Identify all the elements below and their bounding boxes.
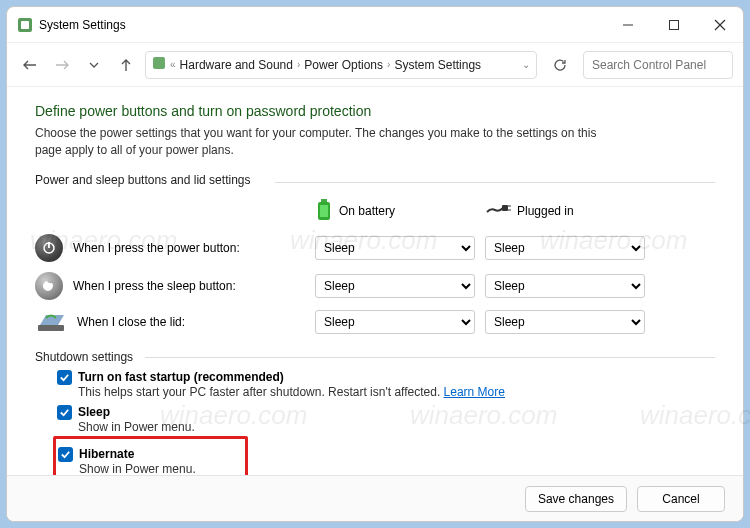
lid-battery-select[interactable]: Sleep [315,310,475,334]
fieldset-shutdown-label: Shutdown settings [35,350,715,364]
checkbox-sleep[interactable] [57,405,72,420]
footer: Save changes Cancel [7,475,743,521]
forward-button[interactable] [49,52,75,78]
lid-plugged-select[interactable]: Sleep [485,310,645,334]
control-panel-icon [152,56,166,73]
fieldset-power-sleep-label: Power and sleep buttons and lid settings [35,173,715,191]
svg-rect-17 [38,325,64,331]
titlebar: System Settings [7,7,743,43]
learn-more-link[interactable]: Learn More [444,385,505,399]
column-plugged-in: Plugged in [485,199,655,224]
search-box[interactable] [583,51,733,79]
svg-rect-6 [153,57,165,69]
checkbox-hibernate[interactable] [58,447,73,462]
page-title: Define power buttons and turn on passwor… [35,103,715,119]
checkbox-fast-startup[interactable] [57,370,72,385]
svg-rect-12 [502,205,508,211]
row-close-lid: When I close the lid: Sleep Sleep [35,310,715,334]
chevron-down-icon[interactable]: ⌄ [522,59,530,70]
save-button[interactable]: Save changes [525,486,627,512]
column-label: On battery [339,204,395,218]
lid-icon [35,310,67,334]
svg-rect-3 [670,20,679,29]
power-button-battery-select[interactable]: Sleep [315,236,475,260]
checkbox-desc: Show in Power menu. [78,420,715,434]
breadcrumb[interactable]: « Hardware and Sound › Power Options › S… [145,51,537,79]
plug-icon [485,202,511,221]
chevron-right-icon: › [297,59,300,70]
svg-rect-9 [321,199,327,202]
checkbox-label: Hibernate [79,447,134,461]
shutdown-item-sleep: Sleep Show in Power menu. [57,405,715,434]
checkbox-label: Sleep [78,405,110,419]
window: System Settings « Hardware and Sound › P… [6,6,744,522]
checkbox-label: Turn on fast startup (recommended) [78,370,284,384]
breadcrumb-item[interactable]: System Settings [394,58,481,72]
row-label: When I close the lid: [77,315,185,329]
svg-rect-1 [21,21,29,29]
content-area: Define power buttons and turn on passwor… [7,87,743,475]
row-label: When I press the power button: [73,241,240,255]
search-input[interactable] [590,57,744,73]
column-on-battery: On battery [315,199,485,224]
navbar: « Hardware and Sound › Power Options › S… [7,43,743,87]
maximize-button[interactable] [651,9,697,41]
app-icon [17,17,33,33]
page-description: Choose the power settings that you want … [35,125,615,159]
minimize-button[interactable] [605,9,651,41]
column-headers: On battery Plugged in [35,199,715,224]
breadcrumb-item[interactable]: Hardware and Sound [180,58,293,72]
chevron-left-icon: « [170,59,176,70]
checkbox-desc: This helps start your PC faster after sh… [78,385,440,399]
svg-rect-11 [320,205,328,217]
battery-icon [315,199,333,224]
breadcrumb-item[interactable]: Power Options [304,58,383,72]
back-button[interactable] [17,52,43,78]
column-label: Plugged in [517,204,574,218]
power-button-icon [35,234,63,262]
cancel-button[interactable]: Cancel [637,486,725,512]
recent-button[interactable] [81,52,107,78]
row-label: When I press the sleep button: [73,279,236,293]
sleep-button-plugged-select[interactable]: Sleep [485,274,645,298]
power-button-plugged-select[interactable]: Sleep [485,236,645,260]
close-button[interactable] [697,9,743,41]
refresh-button[interactable] [547,52,573,78]
checkbox-desc: Show in Power menu. [79,462,239,475]
shutdown-item-fast-startup: Turn on fast startup (recommended) This … [57,370,715,399]
shutdown-item-hibernate: Hibernate Show in Power menu. [58,447,239,475]
up-button[interactable] [113,52,139,78]
chevron-right-icon: › [387,59,390,70]
highlight-hibernate: Hibernate Show in Power menu. [53,436,248,475]
window-controls [605,9,743,41]
row-sleep-button: When I press the sleep button: Sleep Sle… [35,272,715,300]
sleep-button-icon [35,272,63,300]
window-title: System Settings [39,18,126,32]
sleep-button-battery-select[interactable]: Sleep [315,274,475,298]
row-power-button: When I press the power button: Sleep Sle… [35,234,715,262]
